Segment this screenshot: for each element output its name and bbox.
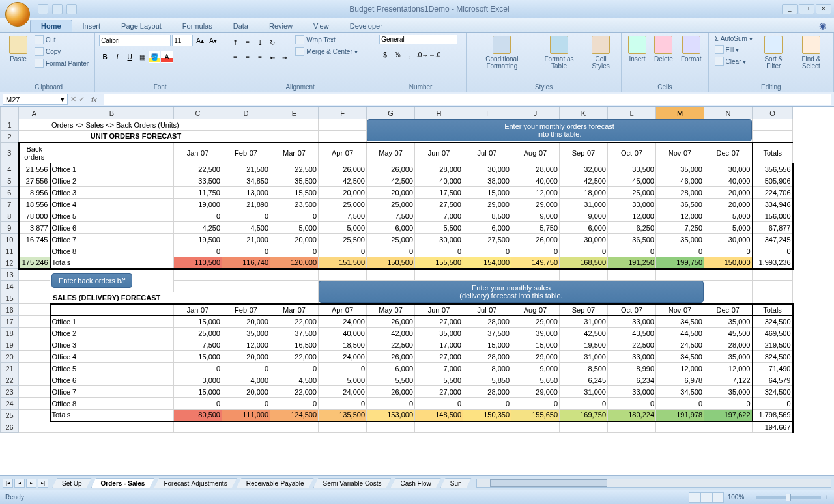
cell[interactable]: Sep-07 [560,304,608,316]
cell[interactable]: 180,224 [608,410,656,421]
cell[interactable]: Office 7 [50,234,174,245]
cell[interactable]: 20,000 [270,234,319,245]
cell[interactable]: Feb-07 [222,143,270,163]
cell[interactable]: 12,000 [511,187,560,199]
row-header[interactable]: 2 [1,131,19,143]
cell[interactable]: 150,000 [704,257,753,269]
cell[interactable]: 0 [319,398,367,410]
align-middle-button[interactable]: ≡ [242,36,253,48]
cell[interactable]: Sep-07 [560,143,608,163]
cell[interactable]: 18,556 [19,199,50,210]
cell[interactable]: 35,000 [222,328,270,339]
increase-indent-button[interactable]: ⇥ [279,51,291,63]
font-name-select[interactable] [99,35,171,46]
cell[interactable] [19,316,50,328]
cell[interactable]: 27,000 [415,386,463,398]
row-header[interactable]: 25 [1,410,19,421]
cell[interactable]: 0 [174,210,222,222]
cell[interactable] [608,421,656,433]
cell[interactable]: 22,500 [367,339,415,351]
cell[interactable]: 6,245 [560,374,608,386]
cell[interactable]: 0 [463,398,511,410]
cell[interactable]: 35,000 [656,234,704,245]
cell[interactable]: 35,000 [704,316,753,328]
cell[interactable]: 28,000 [463,316,511,328]
cell[interactable] [367,421,415,433]
cell[interactable]: 7,500 [367,210,415,222]
cell[interactable] [608,269,656,281]
cell[interactable]: 169,750 [560,410,608,421]
cell[interactable]: Totals [753,304,793,316]
row-header[interactable]: 13 [1,269,19,281]
cell[interactable]: 33,000 [608,316,656,328]
cell[interactable] [19,119,50,131]
ribbon-tab-data[interactable]: Data [223,20,259,32]
cell[interactable]: 26,000 [319,163,367,175]
cell[interactable]: 7,000 [415,363,463,374]
column-header[interactable]: D [222,107,270,119]
row-header[interactable]: 19 [1,339,19,351]
cell[interactable]: 18,000 [560,187,608,199]
ribbon-tab-insert[interactable]: Insert [72,20,111,32]
zoom-out-button[interactable]: − [748,494,752,501]
row-header[interactable]: 1 [1,119,19,131]
decrease-decimal-button[interactable]: ←.0 [429,49,440,61]
cell[interactable]: 26,000 [367,351,415,363]
cell[interactable]: 42,500 [367,175,415,187]
row-header[interactable]: 7 [1,199,19,210]
cell[interactable]: Nov-07 [656,304,704,316]
cell[interactable]: 0 [608,245,656,257]
column-header[interactable]: J [511,107,560,119]
cell[interactable]: 0 [174,398,222,410]
conditional-formatting-button[interactable]: Conditional Formatting [470,35,533,71]
cell[interactable]: 0 [270,210,319,222]
cell[interactable]: 37,500 [463,328,511,339]
cell[interactable]: 64,579 [753,374,793,386]
cell[interactable]: Jul-07 [463,143,511,163]
format-cells-button[interactable]: Format [678,35,704,64]
column-header[interactable]: H [415,107,463,119]
paste-button[interactable]: Paste [7,35,30,64]
cell[interactable]: 20,000 [319,187,367,199]
cell[interactable]: 0 [367,245,415,257]
cut-button[interactable]: Cut [33,35,91,45]
cell[interactable] [19,351,50,363]
row-header[interactable]: 10 [1,234,19,245]
cell[interactable]: Office 3 [50,339,174,351]
cell[interactable]: 15,000 [463,187,511,199]
cell[interactable]: 153,000 [367,410,415,421]
cell[interactable]: 21,000 [222,234,270,245]
cell[interactable]: 5,000 [704,222,753,234]
cell[interactable] [222,131,270,143]
cell[interactable]: 0 [270,245,319,257]
row-header[interactable]: 14 [1,281,19,292]
cell[interactable]: 8,500 [560,363,608,374]
cell[interactable]: 5,000 [319,222,367,234]
cell[interactable] [19,339,50,351]
cell[interactable]: 33,000 [608,351,656,363]
autosum-button[interactable]: Σ AutoSum ▾ [713,35,755,43]
cell[interactable]: 4,500 [270,374,319,386]
cell[interactable]: 43,500 [608,328,656,339]
row-header[interactable]: 12 [1,257,19,269]
merge-center-button[interactable]: Merge & Center ▾ [293,46,360,57]
cell[interactable]: 20,000 [704,199,753,210]
cell[interactable]: 19,500 [560,339,608,351]
row-header[interactable]: 16 [1,304,19,316]
column-header[interactable]: K [560,107,608,119]
cell[interactable]: 7,250 [656,222,704,234]
align-top-button[interactable]: ⤒ [229,36,241,48]
cell[interactable]: 30,000 [560,234,608,245]
cell[interactable]: 15,000 [174,351,222,363]
cell[interactable]: Office 5 [50,363,174,374]
cell[interactable]: 12,000 [222,339,270,351]
cell[interactable] [704,421,753,433]
cell[interactable] [270,421,319,433]
cell[interactable]: 7,500 [319,210,367,222]
cell[interactable]: 34,500 [656,351,704,363]
cell[interactable]: 30,000 [704,234,753,245]
cell[interactable] [319,131,367,143]
cell[interactable] [50,143,174,163]
cell[interactable]: 11,750 [174,187,222,199]
cell[interactable]: 324,500 [753,316,793,328]
